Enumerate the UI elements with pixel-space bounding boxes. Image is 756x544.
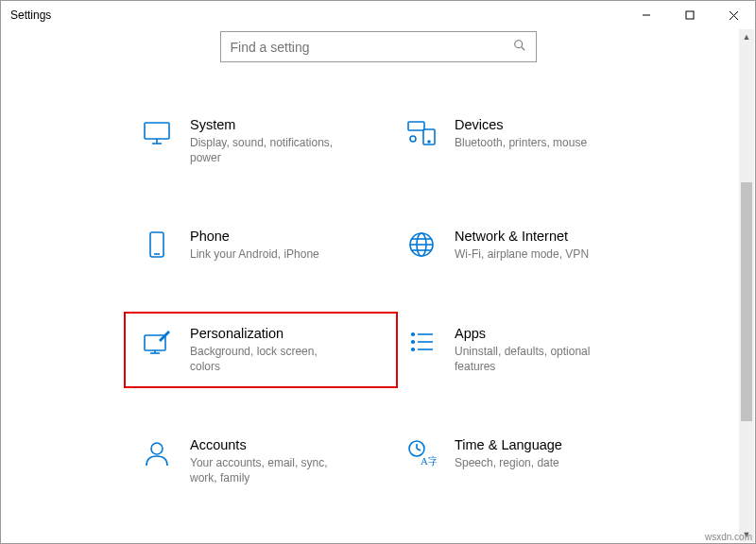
accounts-icon: [141, 437, 173, 469]
vertical-scrollbar[interactable]: ▲ ▼: [739, 29, 754, 542]
system-icon: [141, 117, 173, 149]
svg-point-4: [514, 41, 522, 48]
svg-point-25: [412, 340, 415, 343]
tile-desc: Bluetooth, printers, mouse: [455, 135, 610, 150]
tile-title: System: [190, 117, 381, 132]
svg-rect-6: [145, 123, 169, 139]
tile-title: Apps: [455, 326, 645, 341]
tile-desc: Speech, region, date: [455, 455, 610, 470]
time-language-icon: A字: [405, 437, 438, 469]
apps-icon: [405, 326, 438, 358]
svg-rect-9: [408, 122, 424, 130]
svg-rect-1: [686, 11, 694, 19]
svg-line-5: [521, 47, 524, 51]
tile-desc: Wi-Fi, airplane mode, VPN: [455, 246, 610, 262]
maximize-button[interactable]: [668, 1, 712, 29]
tile-desc: Uninstall, defaults, optional features: [455, 344, 610, 374]
svg-text:A字: A字: [421, 455, 437, 467]
titlebar: Settings: [1, 1, 755, 29]
tile-desc: Your accounts, email, sync, work, family: [190, 455, 346, 485]
search-icon: [513, 39, 526, 55]
close-icon: [729, 10, 739, 21]
tile-desc: Background, lock screen, colors: [190, 344, 346, 374]
tile-system[interactable]: System Display, sound, notifications, po…: [133, 111, 388, 171]
tile-desc: Link your Android, iPhone: [190, 246, 346, 262]
tile-devices[interactable]: Devices Bluetooth, printers, mouse: [398, 111, 653, 171]
tile-time-language[interactable]: A字 Time & Language Speech, region, date: [398, 432, 653, 491]
tile-apps[interactable]: Apps Uninstall, defaults, optional featu…: [398, 320, 653, 380]
scroll-up-icon[interactable]: ▲: [739, 29, 754, 44]
svg-point-23: [412, 332, 415, 335]
svg-point-11: [410, 136, 416, 142]
settings-grid: System Display, sound, notifications, po…: [133, 111, 755, 544]
tile-title: Personalization: [190, 326, 381, 341]
scroll-thumb[interactable]: [741, 182, 752, 421]
svg-point-27: [412, 348, 415, 350]
personalization-icon: [141, 326, 173, 358]
svg-line-32: [417, 449, 421, 450]
svg-point-12: [428, 141, 430, 143]
svg-point-29: [151, 443, 163, 454]
tile-personalization[interactable]: Personalization Background, lock screen,…: [124, 312, 398, 388]
window-title: Settings: [10, 8, 51, 22]
search-input[interactable]: [231, 40, 513, 55]
devices-icon: [405, 117, 438, 149]
tile-network[interactable]: Network & Internet Wi-Fi, airplane mode,…: [398, 223, 653, 267]
phone-icon: [141, 229, 173, 261]
close-button[interactable]: [712, 1, 755, 29]
tile-accounts[interactable]: Accounts Your accounts, email, sync, wor…: [133, 432, 388, 491]
globe-icon: [405, 229, 438, 261]
tile-title: Devices: [455, 117, 645, 132]
maximize-icon: [685, 10, 695, 20]
minimize-icon: [642, 10, 651, 20]
svg-rect-13: [150, 232, 163, 257]
tile-title: Phone: [190, 229, 381, 244]
search-box[interactable]: [220, 31, 537, 62]
tile-desc: Display, sound, notifications, power: [190, 135, 346, 165]
tile-title: Time & Language: [455, 437, 645, 452]
minimize-button[interactable]: [625, 1, 668, 29]
tile-phone[interactable]: Phone Link your Android, iPhone: [133, 223, 388, 267]
tile-title: Accounts: [190, 437, 381, 452]
tile-title: Network & Internet: [455, 229, 645, 244]
watermark: wsxdn.com: [705, 532, 752, 542]
